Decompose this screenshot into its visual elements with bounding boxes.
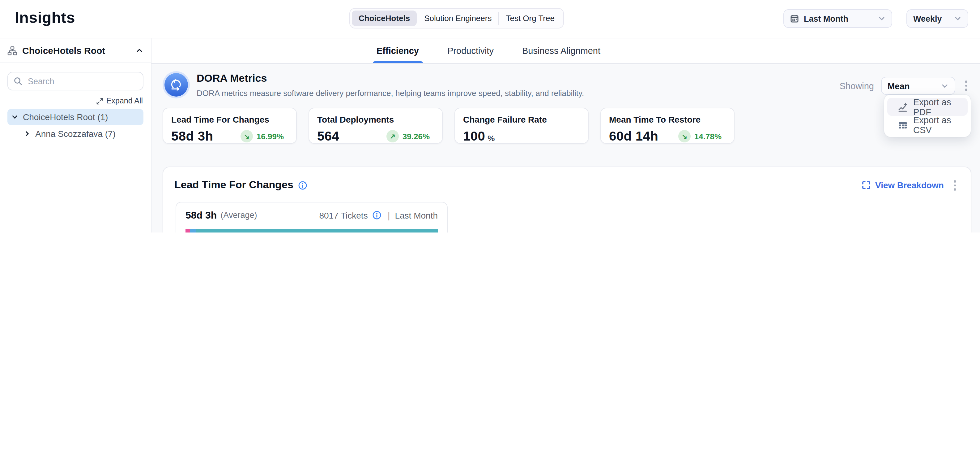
card-value: 100	[463, 129, 485, 144]
expand-corners-icon	[862, 181, 871, 190]
trend-down-arrow-icon: ↘	[678, 130, 690, 142]
tree-node-child[interactable]: Anna Scozzafava (7)	[20, 126, 143, 142]
main-area: Efficiency Productivity Business Alignme…	[151, 38, 980, 232]
export-pdf-label: Export as PDF	[913, 97, 963, 117]
search-icon	[14, 77, 22, 85]
dora-kebab-menu-button[interactable]	[961, 78, 971, 94]
trend-percent: 39.26%	[402, 131, 430, 141]
card-title: Lead Time For Changes	[171, 115, 290, 125]
card-title: Total Deployments	[317, 115, 435, 125]
dora-description: DORA metrics measure software delivery p…	[197, 88, 584, 98]
progress-segment-review	[189, 229, 196, 232]
tree-search-box	[8, 72, 143, 90]
export-menu: Export as PDF Export as CSV	[884, 95, 971, 137]
granularity-select[interactable]: Weekly	[907, 9, 968, 28]
dora-header: DORA Metrics DORA metrics measure softwa…	[151, 64, 980, 99]
page-title: Insights	[15, 9, 75, 27]
org-tab-test-org-tree[interactable]: Test Org Tree	[499, 11, 562, 26]
card-title: Change Failure Rate	[463, 115, 581, 125]
sidebar-header: ChoiceHotels Root	[0, 38, 151, 63]
metric-tab-bar: Efficiency Productivity Business Alignme…	[151, 38, 980, 64]
chevron-right-icon[interactable]	[24, 130, 31, 137]
average-summary-box: 58d 3h (Average) 8017 Tickets | Last Mon…	[176, 201, 448, 232]
phase-progress-bar	[186, 229, 438, 232]
card-lead-time: Lead Time For Changes 58d 3h ↘ 16.99%	[162, 108, 297, 144]
trend-down-arrow-icon: ↘	[240, 130, 253, 142]
tab-business-alignment[interactable]: Business Alignment	[521, 46, 601, 63]
showing-label: Showing	[840, 81, 874, 91]
trend-up-arrow-icon: ↗	[387, 130, 399, 142]
table-icon	[898, 120, 908, 130]
export-csv-item[interactable]: Export as CSV	[887, 116, 967, 134]
view-breakdown-button[interactable]: View Breakdown	[858, 181, 944, 190]
metric-cards-row: Lead Time For Changes 58d 3h ↘ 16.99% To…	[162, 108, 735, 144]
org-tree: ChoiceHotels Root (1) Anna Scozzafava (7…	[0, 109, 151, 142]
org-tree-sidebar: ChoiceHotels Root Expand All ChoiceHotel…	[0, 38, 151, 232]
trend-badge: ↘ 16.99%	[240, 130, 290, 142]
date-range-select[interactable]: Last Month	[783, 9, 892, 28]
trend-percent: 14.78%	[694, 131, 722, 141]
tree-node-label: Anna Scozzafava (7)	[35, 129, 116, 139]
card-total-deployments: Total Deployments 564 ↗ 39.26%	[309, 108, 443, 144]
aggregation-value: Mean	[888, 81, 910, 91]
card-title: Mean Time To Restore	[609, 115, 727, 125]
org-tab-choicehotels[interactable]: ChoiceHotels	[352, 11, 417, 26]
chart-card-header: Lead Time For Changes View Breakdown	[163, 167, 971, 193]
card-mean-time-restore: Mean Time To Restore 60d 14h ↘ 14.78%	[600, 108, 735, 144]
average-value: 58d 3h	[186, 209, 217, 221]
card-unit: %	[487, 133, 495, 143]
dora-title: DORA Metrics	[197, 72, 584, 85]
expand-all-label: Expand All	[107, 97, 143, 105]
expand-all-icon	[97, 97, 103, 104]
chevron-down-icon	[941, 82, 948, 89]
org-tab-solution-engineers[interactable]: Solution Engineers	[417, 11, 498, 26]
calendar-icon	[790, 14, 799, 23]
chart-card-title: Lead Time For Changes	[174, 179, 293, 192]
tickets-count: 8017 Tickets	[319, 210, 368, 220]
progress-segment-planning	[186, 229, 189, 232]
collapse-sidebar-icon[interactable]	[135, 46, 143, 54]
chevron-down-icon[interactable]	[11, 113, 19, 121]
period-label: Last Month	[395, 210, 438, 220]
insights-dashboard: Insights ChoiceHotels Solution Engineers…	[0, 0, 980, 232]
chevron-down-icon	[954, 15, 961, 22]
top-header: Insights ChoiceHotels Solution Engineers…	[0, 0, 980, 38]
card-value: 564	[317, 129, 339, 144]
meta-separator: |	[388, 210, 390, 221]
lead-time-chart-card: Lead Time For Changes View Breakdown	[162, 166, 971, 232]
tab-efficiency[interactable]: Efficiency	[375, 46, 420, 63]
export-pdf-item[interactable]: Export as PDF	[887, 98, 967, 116]
sidebar-root-label: ChoiceHotels Root	[22, 45, 135, 56]
card-change-failure-rate: Change Failure Rate 100 %	[455, 108, 589, 144]
trend-percent: 16.99%	[256, 131, 284, 141]
info-icon[interactable]	[372, 211, 382, 220]
view-breakdown-label: View Breakdown	[875, 181, 944, 190]
card-value: 58d 3h	[171, 129, 213, 144]
info-icon[interactable]	[298, 181, 308, 190]
card-value: 60d 14h	[609, 129, 658, 144]
granularity-value: Weekly	[913, 14, 942, 23]
tree-node-root[interactable]: ChoiceHotels Root (1)	[8, 109, 143, 125]
tree-node-label: ChoiceHotels Root (1)	[23, 112, 108, 122]
export-csv-label: Export as CSV	[913, 115, 963, 135]
content-area: DORA Metrics DORA metrics measure softwa…	[151, 64, 980, 232]
org-tab-group: ChoiceHotels Solution Engineers Test Org…	[349, 8, 564, 29]
chart-plus-icon	[898, 102, 908, 112]
org-hierarchy-icon	[8, 45, 18, 56]
search-input[interactable]	[27, 76, 132, 86]
aggregation-select[interactable]: Mean	[881, 77, 955, 95]
showing-controls: Showing Mean	[840, 77, 971, 95]
chart-kebab-menu-button[interactable]	[950, 178, 959, 193]
trend-badge: ↘ 14.78%	[678, 130, 727, 142]
average-label: (Average)	[220, 211, 257, 220]
date-range-value: Last Month	[804, 14, 848, 23]
tab-productivity[interactable]: Productivity	[446, 46, 495, 63]
progress-segment-deployment	[196, 229, 438, 232]
dora-sprint-icon	[162, 71, 190, 99]
expand-all-button[interactable]: Expand All	[0, 97, 143, 105]
trend-badge: ↗ 39.26%	[387, 130, 435, 142]
chevron-down-icon	[878, 15, 885, 22]
